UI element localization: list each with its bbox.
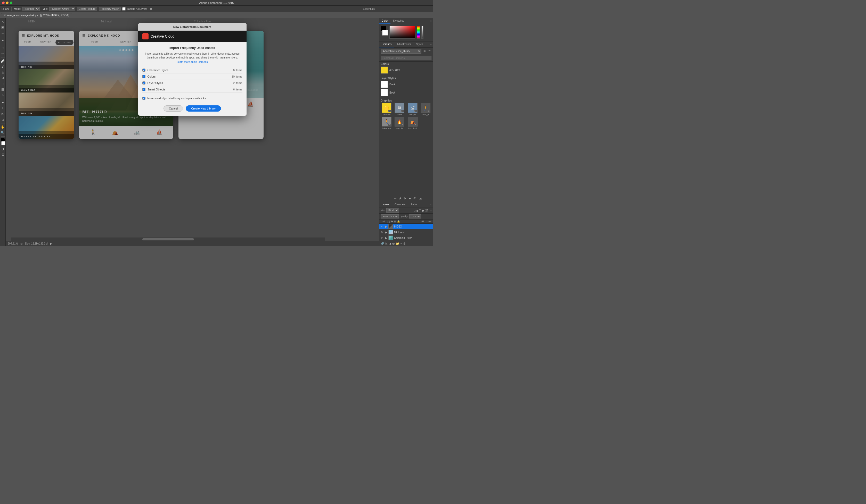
graphic-icon-tent[interactable]: ⛺ Ai icon_tent bbox=[407, 117, 419, 129]
sample-checkbox-input[interactable] bbox=[122, 7, 125, 11]
background-swatch[interactable] bbox=[382, 30, 388, 36]
zoom-tool[interactable]: 🔍 bbox=[0, 130, 5, 135]
horizontal-scrollbar[interactable] bbox=[11, 238, 325, 241]
background-color[interactable] bbox=[1, 141, 5, 145]
pencil-icon[interactable]: ✏ bbox=[394, 197, 397, 200]
book-style-2-thumb[interactable] bbox=[381, 89, 388, 96]
layer-styles-checkbox[interactable] bbox=[142, 81, 145, 84]
shape-tool[interactable]: □ bbox=[0, 117, 5, 122]
delete-layer-icon[interactable]: 🗑 bbox=[403, 242, 406, 245]
eye-icon[interactable]: 👁 bbox=[413, 197, 417, 200]
screen-mode-tool[interactable]: ⊡ bbox=[0, 152, 5, 157]
graphic-icon-fire[interactable]: 🔥 Ai icon_fire bbox=[393, 117, 406, 129]
add-mask-icon[interactable]: ◑ bbox=[389, 242, 391, 245]
yellow-color-swatch[interactable] bbox=[381, 67, 388, 74]
hand-tool[interactable]: ✋ bbox=[0, 124, 5, 130]
panel-options-icon[interactable]: ≡ bbox=[430, 18, 433, 24]
upload-icon[interactable]: ↑ bbox=[390, 197, 391, 200]
add-adjustment-icon[interactable]: ◐ bbox=[392, 242, 395, 245]
sample-all-layers-checkbox[interactable]: Sample All Layers bbox=[122, 7, 147, 11]
list-view-icon[interactable]: ☰ bbox=[427, 49, 431, 53]
tab-layers[interactable]: Layers bbox=[379, 202, 392, 207]
maximize-button[interactable] bbox=[10, 2, 12, 4]
vis-colombia-icon[interactable]: 👁 bbox=[381, 237, 384, 239]
tab-adjustments[interactable]: Adjustments bbox=[394, 42, 413, 47]
new-group-icon[interactable]: 📁 bbox=[396, 242, 399, 245]
tab-swatches[interactable]: Swatches bbox=[390, 18, 407, 24]
colors-checkbox[interactable] bbox=[142, 75, 145, 78]
tab-libraries[interactable]: Libraries bbox=[379, 42, 394, 47]
shape-filter-icon[interactable]: ⬟ bbox=[422, 209, 424, 212]
text-icon[interactable]: A bbox=[399, 197, 401, 200]
scroll-thumb[interactable] bbox=[142, 238, 194, 240]
brush-tool[interactable]: 🖌 bbox=[0, 64, 5, 69]
layer-index[interactable]: 👁 ▶ INDEX bbox=[379, 224, 433, 229]
grid-view-icon[interactable]: ⊞ bbox=[422, 49, 426, 53]
wand-tool[interactable]: ✦ bbox=[0, 38, 5, 43]
crop-tool[interactable]: ⊡ bbox=[0, 45, 5, 50]
expand-colombia-icon[interactable]: ▶ bbox=[385, 237, 387, 239]
lock-all-icon[interactable]: 🔒 bbox=[397, 220, 400, 223]
pixel-filter-icon[interactable]: □ bbox=[414, 209, 415, 212]
tab-color[interactable]: Color bbox=[379, 18, 390, 24]
lock-pixels-icon[interactable]: ⬚ bbox=[387, 220, 390, 223]
add-style-icon[interactable]: fx bbox=[385, 242, 388, 245]
smart-objects-checkbox[interactable] bbox=[142, 88, 145, 91]
layers-panel-options-icon[interactable]: ≡ bbox=[428, 202, 433, 207]
create-texture-button[interactable]: Create Texture bbox=[77, 7, 97, 11]
clone-tool[interactable]: ⎘ bbox=[0, 70, 5, 75]
type-tool[interactable]: T bbox=[0, 106, 5, 111]
cloud-icon[interactable]: ☁ bbox=[419, 197, 422, 200]
smart-filter-icon[interactable]: 🎬 bbox=[425, 209, 428, 212]
expand-index-icon[interactable]: ▶ bbox=[385, 225, 387, 228]
status-arrow-icon[interactable]: ▶ bbox=[50, 242, 52, 245]
new-layer-icon[interactable]: + bbox=[400, 242, 402, 245]
quick-mask-tool[interactable]: ◑ bbox=[0, 146, 5, 151]
graphic-hiker-wh[interactable]: 🚶 Ai hiker_wh bbox=[381, 117, 392, 129]
lasso-tool[interactable]: ⌒ bbox=[0, 32, 5, 37]
fx-icon[interactable]: fx bbox=[404, 197, 406, 200]
graphic-hiker-bl[interactable]: 🚶 Ai hiker_bl bbox=[420, 103, 431, 116]
type-select[interactable]: Content-Aware bbox=[49, 7, 75, 11]
gradient-tool[interactable]: ▦ bbox=[0, 87, 5, 92]
tab-paths[interactable]: Paths bbox=[408, 202, 420, 207]
filter-toggle[interactable]: ○ bbox=[430, 209, 431, 212]
square-icon[interactable]: ■ bbox=[409, 197, 411, 200]
book-style-1-thumb[interactable] bbox=[381, 81, 388, 88]
graphic-riders[interactable]: 🏔 Ps riders bbox=[393, 103, 406, 116]
eyedropper-tool[interactable]: ✏ bbox=[0, 51, 5, 56]
create-new-library-button[interactable]: Create New Library bbox=[186, 105, 221, 112]
lock-position-icon[interactable]: ✛ bbox=[391, 220, 393, 223]
marquee-tool[interactable]: ▣ bbox=[0, 25, 5, 30]
char-styles-checkbox[interactable] bbox=[142, 69, 145, 72]
move-tool[interactable]: ↖ bbox=[0, 19, 5, 24]
color-gradient-picker[interactable] bbox=[389, 26, 415, 39]
libraries-options-icon[interactable]: ≡ bbox=[430, 42, 433, 47]
tab-styles[interactable]: Styles bbox=[413, 42, 425, 47]
layer-mthood[interactable]: 👁 ▶ Mt. Hood bbox=[379, 229, 433, 235]
graphic-camper[interactable]: 🏕 Ps camper bbox=[407, 103, 419, 116]
document-tab[interactable]: ✕ new_adventure-guide-2.psd @ 205% (INDE… bbox=[1, 13, 72, 17]
tab-close-icon[interactable]: ✕ bbox=[4, 14, 6, 16]
eraser-tool[interactable]: ◻ bbox=[0, 81, 5, 86]
settings-icon[interactable]: ⚙ bbox=[150, 8, 152, 10]
cancel-button[interactable]: Cancel bbox=[164, 105, 183, 112]
opacity-select[interactable]: 100% bbox=[409, 214, 421, 218]
kind-select[interactable]: Kind bbox=[386, 208, 399, 213]
move-smart-checkbox[interactable] bbox=[142, 96, 145, 100]
alpha-bar[interactable] bbox=[421, 26, 423, 39]
history-tool[interactable]: ↺ bbox=[0, 76, 5, 81]
dodge-tool[interactable]: ○ bbox=[0, 92, 5, 98]
library-selector[interactable]: AdventureGuide_library bbox=[381, 49, 421, 54]
link-layers-icon[interactable]: 🔗 bbox=[381, 242, 384, 245]
search-libraries-input[interactable] bbox=[381, 56, 431, 60]
learn-more-link[interactable]: Learn more about Libraries bbox=[142, 60, 242, 64]
pen-tool[interactable]: ✒ bbox=[0, 100, 5, 105]
heal-tool[interactable]: 🩹 bbox=[0, 58, 5, 64]
expand-mthood-icon[interactable]: ▶ bbox=[385, 231, 387, 234]
tab-channels[interactable]: Channels bbox=[392, 202, 408, 207]
layer-colombia[interactable]: 👁 ▶ Colombia River bbox=[379, 235, 433, 241]
window-controls[interactable] bbox=[2, 2, 12, 4]
adj-filter-icon[interactable]: ◑ bbox=[416, 209, 419, 212]
minimize-button[interactable] bbox=[6, 2, 9, 4]
